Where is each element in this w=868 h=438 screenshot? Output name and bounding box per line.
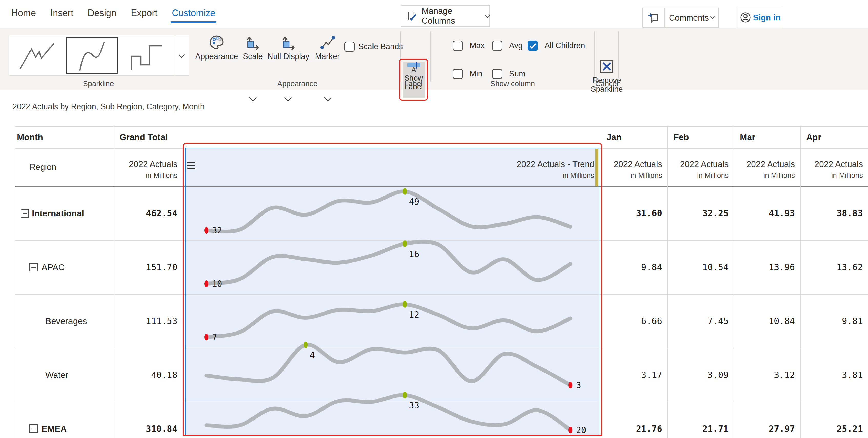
sparkline-water[interactable]: 43 [186,348,599,402]
cell-water-mar[interactable]: 3.12 [774,369,795,381]
sparkline-value-label: 49 [409,197,420,207]
checkbox-sum[interactable] [492,69,502,79]
mar-unit: in Millions [764,169,795,182]
manage-columns-button[interactable]: Manage Columns [401,5,490,27]
sparkline-emea[interactable]: 3320 [186,402,599,438]
ribbon-tabs: HomeInsertDesignExportCustomize [11,0,215,28]
tab-design[interactable]: Design [88,4,116,24]
min-marker-icon [568,427,572,433]
sparkline-beverages[interactable]: 127 [186,294,599,348]
sparkline-value-label: 12 [409,310,420,320]
scale-dropdown-chevron-icon[interactable] [249,94,257,101]
checkbox-label-min: Min [470,69,483,79]
tab-insert[interactable]: Insert [50,4,73,24]
add-comment-icon [643,8,665,27]
row-label-beverages[interactable]: Beverages [45,315,87,327]
tab-customize[interactable]: Customize [172,4,215,24]
sparkline-international[interactable]: 4932 [186,186,599,240]
null-display-label: Null Display [267,52,309,61]
appearance-label: Appearance [195,52,238,61]
sparkline-style-smooth[interactable] [64,35,120,76]
appearance-button[interactable]: Appearance [194,34,240,61]
sparkline-value-label: 20 [576,425,586,435]
comments-button[interactable]: Comments [643,8,719,28]
cell-emea-feb[interactable]: 21.71 [703,422,728,435]
person-icon [740,12,751,23]
min-marker-icon [204,281,209,287]
row-label-emea[interactable]: EMEA [41,422,67,435]
cell-beverages-feb[interactable]: 7.45 [708,315,728,327]
top-bar: HomeInsertDesignExportCustomize Manage C… [0,0,868,28]
scale-label: Scale [243,52,263,61]
column-header-apr[interactable]: Apr [806,131,822,143]
row-label-water[interactable]: Water [45,369,68,381]
sparkline-value-label: 7 [212,332,217,342]
cell-beverages-apr[interactable]: 9.81 [842,315,863,327]
cell-emea-mar[interactable]: 27.97 [769,422,795,435]
null-display-dropdown-chevron-icon[interactable] [284,94,292,101]
cell-international-jan[interactable]: 31.60 [636,207,662,220]
apr-measure: 2022 Actuals [814,158,863,170]
row-label-international[interactable]: International [32,207,84,220]
collapse-button-apac[interactable] [29,263,38,271]
marker-dropdown-chevron-icon[interactable] [324,94,332,101]
sign-in-button[interactable]: Sign in [737,7,783,28]
max-marker-icon [403,301,407,308]
cell-apac-apr[interactable]: 13.62 [837,261,863,273]
column-header-month[interactable]: Month [17,131,43,143]
step-sparkline-icon [123,36,172,75]
cell-apac-jan[interactable]: 9.84 [641,261,662,273]
tab-home[interactable]: Home [11,4,36,24]
marker-label: Marker [315,52,340,61]
row-dimension-header-region[interactable]: Region [29,161,56,173]
cell-beverages-jan[interactable]: 6.66 [641,315,662,327]
checkbox-label-avg: Avg [509,40,523,51]
cell-emea-grand-total[interactable]: 310.84 [146,422,177,435]
manage-columns-icon [406,10,417,22]
cell-beverages-mar[interactable]: 10.84 [769,315,795,327]
cell-water-feb[interactable]: 3.09 [708,369,728,381]
checkbox-label-max: Max [470,40,485,51]
scale-bands-checkbox[interactable] [344,41,354,52]
collapse-button-emea[interactable] [29,425,38,433]
sparkline-style-step[interactable] [120,35,175,76]
collapse-button-international[interactable] [21,209,29,217]
checkbox-avg[interactable] [492,40,502,51]
jan-measure: 2022 Actuals [614,158,662,170]
column-header-feb[interactable]: Feb [674,131,689,143]
null-display-button[interactable]: Null Display [267,34,310,61]
tab-export[interactable]: Export [131,4,157,24]
label-group-label: Label [388,80,439,88]
cell-apac-grand-total[interactable]: 151.70 [146,261,177,273]
cell-emea-jan[interactable]: 21.76 [636,422,662,435]
cell-water-apr[interactable]: 3.81 [842,369,863,381]
cell-water-jan[interactable]: 3.17 [641,369,662,381]
checkbox-all-children[interactable] [528,40,538,51]
cell-beverages-grand-total[interactable]: 111.53 [146,315,177,327]
cell-international-mar[interactable]: 41.93 [769,207,795,220]
max-marker-icon [304,342,308,348]
cell-water-grand-total[interactable]: 40.18 [151,369,177,381]
report-title: 2022 Actuals by Region, Sub Region, Cate… [12,102,205,111]
checkbox-max[interactable] [453,40,463,51]
comments-label: Comments [669,13,709,23]
column-header-jan[interactable]: Jan [607,131,622,143]
cell-international-grand-total[interactable]: 462.54 [146,207,177,220]
marker-button[interactable]: Marker [313,34,341,61]
column-header-mar[interactable]: Mar [740,131,755,143]
cell-emea-apr[interactable]: 25.21 [837,422,863,435]
cell-international-feb[interactable]: 32.25 [703,207,728,220]
column-drag-handle-icon[interactable] [187,162,195,170]
sparkline-apac[interactable]: 1610 [186,240,599,294]
cell-apac-feb[interactable]: 10.54 [703,261,728,273]
cell-apac-mar[interactable]: 13.96 [769,261,795,273]
row-label-apac[interactable]: APAC [41,261,65,273]
cell-international-apr[interactable]: 38.83 [837,207,863,220]
checkbox-min[interactable] [453,69,463,79]
max-marker-icon [403,188,407,195]
column-header-grand-total[interactable]: Grand Total [120,131,168,143]
checkbox-label-sum: Sum [509,69,526,79]
scale-button[interactable]: Scale [243,34,262,61]
sparkline-style-line[interactable] [9,35,64,76]
sparkline-gallery-dropdown[interactable] [175,35,188,76]
